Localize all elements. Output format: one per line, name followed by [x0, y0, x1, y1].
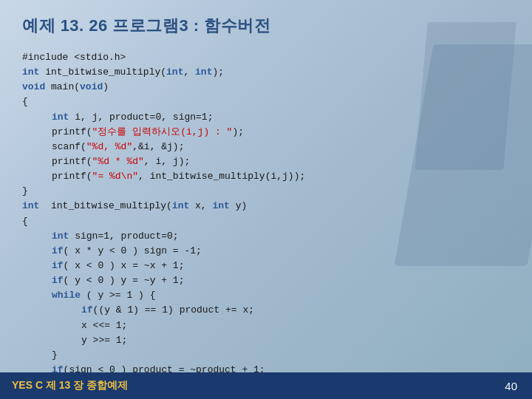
bottom-bar: YES C 제 13 장 종합예제 40 — [0, 372, 532, 399]
code-line-4: { — [22, 95, 510, 109]
slide-title: 예제 13. 26 프로그램3 : 함수버전 — [22, 15, 510, 37]
bottom-left-text: YES C 제 13 장 종합예제 — [12, 379, 128, 392]
code-line-1: #include <stdio.h> — [22, 50, 510, 65]
page-number: 40 — [505, 380, 517, 392]
code-line-6: printf("정수를 입력하시오(i,j) : "); — [22, 125, 510, 140]
code-line-17: while ( y >= 1 ) { — [22, 288, 510, 303]
code-line-14: if( x * y < 0 ) sign = -1; — [22, 244, 510, 259]
code-line-12: { — [22, 214, 510, 229]
slide-background: 예제 13. 26 프로그램3 : 함수버전 #include <stdio.h… — [0, 0, 532, 399]
code-block: #include <stdio.h> int int_bitwise_multi… — [22, 50, 510, 399]
code-line-19: x <<= 1; — [22, 318, 510, 333]
code-line-7: scanf("%d, %d",&i, &j); — [22, 140, 510, 154]
code-line-2: int int_bitwise_multiply(int, int); — [22, 65, 510, 80]
code-line-8: printf("%d * %d", i, j); — [22, 154, 510, 169]
code-line-5: int i, j, product=0, sign=1; — [22, 110, 510, 125]
code-line-16: if( y < 0 ) y = ~y + 1; — [22, 273, 510, 288]
code-line-10: } — [22, 184, 510, 199]
code-line-20: y >>= 1; — [22, 333, 510, 348]
code-line-9: printf("= %d\n", int_bitwise_multiply(i,… — [22, 169, 510, 184]
code-line-11: int int_bitwise_multiply(int x, int y) — [22, 199, 510, 214]
code-line-18: if((y & 1) == 1) product += x; — [22, 303, 510, 318]
code-line-21: } — [22, 348, 510, 363]
title-subtitle: 프로그램3 : 함수버전 — [112, 16, 270, 35]
code-line-13: int sign=1, product=0; — [22, 229, 510, 244]
code-line-15: if( x < 0 ) x = ~x + 1; — [22, 259, 510, 273]
title-prefix: 예제 — [22, 16, 55, 35]
code-line-3: void main(void) — [22, 80, 510, 95]
title-number: 13. 26 — [61, 16, 108, 35]
